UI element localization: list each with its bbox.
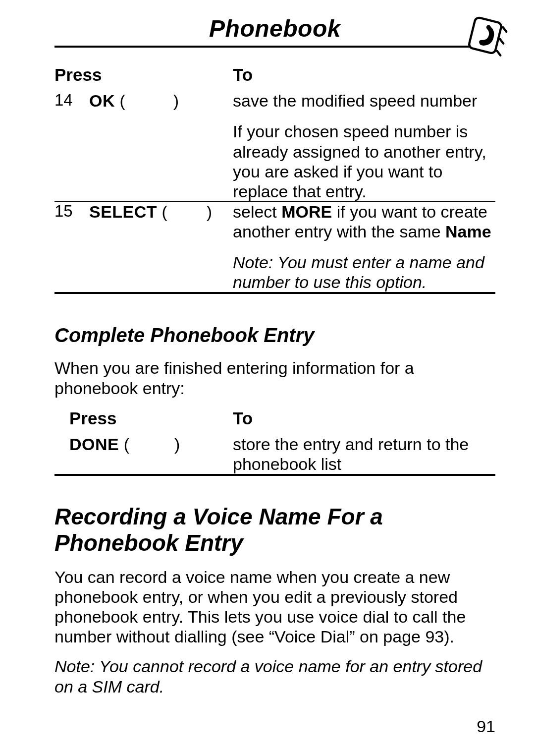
step-number: 14 bbox=[54, 91, 89, 201]
to-text-segment: select bbox=[233, 202, 281, 221]
svg-line-1 bbox=[502, 27, 507, 32]
paragraph-voice-note: Note: You cannot record a voice name for… bbox=[54, 656, 495, 696]
table1-row-14: 14 OK ( ) save the modified speed number… bbox=[54, 91, 495, 201]
table2-end-rule bbox=[54, 475, 495, 476]
to-cell: store the entry and return to the phoneb… bbox=[233, 434, 495, 475]
table1-header-press: Press bbox=[54, 64, 233, 91]
softkey-label-done: DONE bbox=[69, 435, 119, 454]
table1-row-15: 15 SELECT ( ) select MORE if you want to… bbox=[54, 201, 495, 293]
ui-word-name: Name bbox=[445, 222, 491, 241]
to-text-line1: save the modified speed number bbox=[233, 91, 495, 111]
to-text-line1: select MORE if you want to create anothe… bbox=[233, 202, 495, 241]
to-text-note: Note: You must enter a name and number t… bbox=[233, 252, 495, 292]
press-cell: SELECT ( ) bbox=[89, 201, 233, 293]
page-header: Phonebook bbox=[54, 15, 495, 45]
to-text-line2: If your chosen speed number is already a… bbox=[233, 121, 495, 201]
to-cell: select MORE if you want to create anothe… bbox=[233, 201, 495, 293]
table2-header-to: To bbox=[233, 408, 495, 434]
phonebook-icon bbox=[465, 14, 508, 61]
table2-header-press: Press bbox=[69, 408, 233, 434]
paren-close: ) bbox=[173, 91, 179, 110]
step-number: 15 bbox=[54, 201, 89, 293]
svg-line-2 bbox=[499, 39, 504, 44]
svg-rect-0 bbox=[468, 17, 502, 54]
paren-open: ( bbox=[162, 202, 167, 221]
paren-open: ( bbox=[124, 435, 129, 454]
to-cell: save the modified speed number If your c… bbox=[233, 91, 495, 201]
paren-open: ( bbox=[119, 91, 125, 110]
page-number: 91 bbox=[477, 716, 495, 736]
softkey-label-select: SELECT bbox=[89, 202, 157, 221]
table1-end-rule bbox=[54, 293, 495, 294]
table1-header-to: To bbox=[233, 64, 495, 91]
press-cell: OK ( ) bbox=[89, 91, 233, 201]
ui-word-more: MORE bbox=[281, 202, 332, 221]
instructions-table-2: Press To DONE ( ) store the entry and re… bbox=[54, 408, 495, 476]
softkey-label-ok: OK bbox=[89, 91, 115, 110]
paragraph-complete-intro: When you are finished entering informati… bbox=[54, 358, 495, 398]
header-rule bbox=[54, 46, 471, 48]
paragraph-voice-body: You can record a voice name when you cre… bbox=[54, 567, 495, 646]
heading-recording-voice-name: Recording a Voice Name For a Phonebook E… bbox=[54, 504, 495, 556]
table2-row-done: DONE ( ) store the entry and return to t… bbox=[54, 434, 495, 475]
paren-close: ) bbox=[207, 202, 212, 221]
press-cell: DONE ( ) bbox=[69, 434, 233, 475]
paren-close: ) bbox=[174, 435, 180, 454]
svg-line-3 bbox=[496, 51, 501, 56]
heading-complete-phonebook-entry: Complete Phonebook Entry bbox=[54, 324, 495, 347]
instructions-table-1: Press To 14 OK ( ) save the modified spe… bbox=[54, 64, 495, 294]
page-title: Phonebook bbox=[54, 15, 495, 43]
